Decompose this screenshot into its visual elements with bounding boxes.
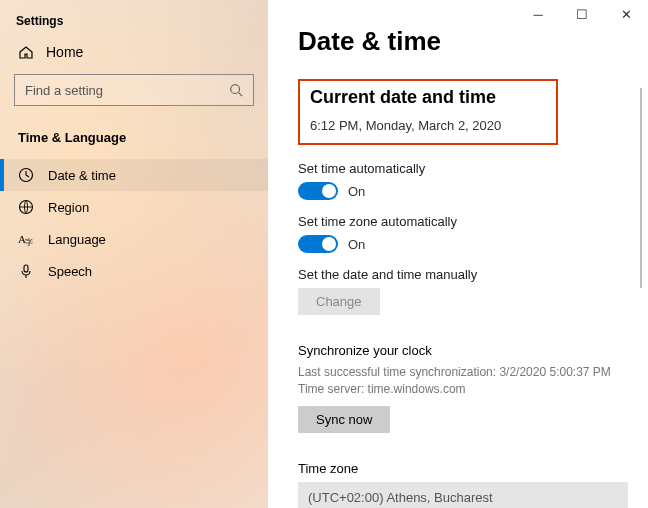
microphone-icon [18, 263, 34, 279]
svg-text:字: 字 [25, 238, 33, 247]
sidebar-item-label: Language [48, 232, 106, 247]
sidebar-item-speech[interactable]: Speech [0, 255, 268, 287]
home-icon [18, 44, 34, 60]
auto-time-toggle[interactable] [298, 182, 338, 200]
change-button: Change [298, 288, 380, 315]
globe-icon [18, 199, 34, 215]
scrollbar[interactable] [640, 88, 642, 288]
page-title: Date & time [298, 26, 618, 57]
search-container: Find a setting [0, 66, 268, 114]
timezone-heading: Time zone [298, 461, 618, 476]
sidebar-item-date-time[interactable]: Date & time [0, 159, 268, 191]
auto-tz-toggle[interactable] [298, 235, 338, 253]
svg-point-0 [231, 85, 240, 94]
clock-icon [18, 167, 34, 183]
current-datetime-heading: Current date and time [310, 87, 546, 108]
auto-time-toggle-row: On [298, 182, 618, 200]
current-datetime-value: 6:12 PM, Monday, March 2, 2020 [310, 118, 546, 133]
sidebar-item-label: Region [48, 200, 89, 215]
sidebar-item-label: Date & time [48, 168, 116, 183]
sync-server-text: Time server: time.windows.com [298, 381, 618, 398]
auto-time-state: On [348, 184, 365, 199]
svg-rect-6 [24, 265, 28, 272]
sidebar-item-language[interactable]: A字 Language [0, 223, 268, 255]
sidebar-item-region[interactable]: Region [0, 191, 268, 223]
sync-heading: Synchronize your clock [298, 343, 618, 358]
search-input[interactable]: Find a setting [14, 74, 254, 106]
sidebar-item-label: Speech [48, 264, 92, 279]
category-heading: Time & Language [0, 114, 268, 159]
auto-time-label: Set time automatically [298, 161, 618, 176]
timezone-select[interactable]: (UTC+02:00) Athens, Bucharest [298, 482, 628, 508]
search-placeholder: Find a setting [25, 83, 103, 98]
main-content: Date & time Current date and time 6:12 P… [268, 0, 648, 508]
sync-now-button[interactable]: Sync now [298, 406, 390, 433]
search-icon [229, 83, 243, 97]
auto-tz-state: On [348, 237, 365, 252]
current-datetime-highlight: Current date and time 6:12 PM, Monday, M… [298, 79, 558, 145]
auto-tz-label: Set time zone automatically [298, 214, 618, 229]
sync-last-text: Last successful time synchronization: 3/… [298, 364, 618, 381]
svg-line-1 [239, 93, 243, 97]
language-icon: A字 [18, 231, 34, 247]
settings-window: ─ ☐ ✕ Settings Home Find a setting Time … [0, 0, 648, 508]
manual-label: Set the date and time manually [298, 267, 618, 282]
home-label: Home [46, 44, 83, 60]
toggle-knob [322, 237, 336, 251]
sidebar: Settings Home Find a setting Time & Lang… [0, 0, 268, 508]
auto-tz-toggle-row: On [298, 235, 618, 253]
home-nav[interactable]: Home [0, 38, 268, 66]
toggle-knob [322, 184, 336, 198]
app-title: Settings [0, 10, 268, 38]
